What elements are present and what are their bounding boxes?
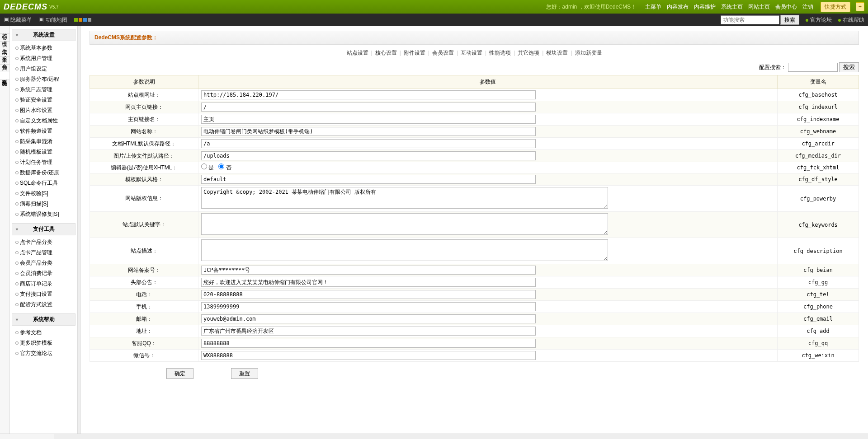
config-input[interactable]	[201, 302, 536, 311]
nav-item-0[interactable]: 核心	[0, 26, 9, 34]
function-search-button[interactable]: 搜索	[780, 15, 799, 25]
sidebar-item[interactable]: SQL命令行工具	[14, 178, 74, 188]
config-radio[interactable]	[201, 163, 207, 169]
sidebar-item[interactable]: 官方交流论坛	[14, 348, 74, 359]
sidebar-item[interactable]: 系统错误修复[S]	[14, 209, 74, 220]
online-help-link[interactable]: 在线帮助	[838, 16, 864, 24]
menu-syshome[interactable]: 系统主页	[721, 3, 743, 11]
nav-item-4[interactable]: 会员	[0, 57, 9, 65]
menu-maintain[interactable]: 内容维护	[694, 3, 716, 11]
sidebar-item[interactable]: 文件校验[S]	[14, 188, 74, 199]
add-shortcut-button[interactable]: +	[856, 2, 864, 11]
config-row: 文档HTML默认保存路径：cfg_arcdir	[90, 138, 859, 150]
sidebar-group-title[interactable]: 系统设置	[12, 29, 75, 41]
config-tab[interactable]: 核心设置	[375, 50, 397, 56]
config-radio-label[interactable]: 是	[201, 164, 214, 171]
menu-sitehome[interactable]: 网站主页	[748, 3, 770, 11]
menu-member[interactable]: 会员中心	[775, 3, 797, 11]
nav-item-6[interactable]: 系统	[0, 72, 9, 80]
config-search-input[interactable]	[788, 63, 838, 72]
config-varname: cfg_arcdir	[778, 138, 859, 150]
nav-item-3[interactable]: 采集	[0, 49, 9, 57]
nav-item-1[interactable]: 模块	[0, 34, 9, 42]
config-input[interactable]	[201, 327, 536, 336]
menu-main[interactable]: 主菜单	[645, 3, 661, 11]
config-search-button[interactable]: 搜索	[839, 62, 859, 72]
config-input[interactable]	[201, 175, 536, 184]
nav-item-5[interactable]: 模板	[0, 65, 9, 72]
sidebar-item[interactable]: 支付接口设置	[14, 289, 74, 299]
config-input[interactable]	[201, 139, 536, 148]
sidebar-item[interactable]: 配货方式设置	[14, 299, 74, 310]
sidebar-item[interactable]: 更多织梦模板	[14, 338, 74, 348]
config-input[interactable]	[201, 339, 536, 348]
sidebar-group-title[interactable]: 系统帮助	[12, 313, 75, 326]
menu-publish[interactable]: 内容发布	[667, 3, 689, 11]
function-search-input[interactable]	[721, 15, 779, 24]
sidebar-item[interactable]: 参考文档	[14, 327, 74, 338]
config-tab[interactable]: 性能选项	[489, 50, 511, 56]
config-tab[interactable]: 会员设置	[432, 50, 454, 56]
config-tab[interactable]: 其它选项	[518, 50, 539, 56]
reset-button[interactable]: 重置	[231, 368, 258, 379]
sidebar-item[interactable]: 随机模板设置	[14, 147, 74, 157]
sidebar-item[interactable]: 计划任务管理	[14, 157, 74, 168]
config-input[interactable]	[201, 90, 536, 99]
config-input[interactable]	[201, 127, 536, 136]
official-forum-link[interactable]: 官方论坛	[806, 16, 832, 24]
quick-shortcut-button[interactable]: 快捷方式	[821, 2, 850, 12]
config-row: 电话：cfg_tel	[90, 289, 859, 301]
config-value-cell	[198, 113, 778, 126]
config-input[interactable]	[201, 290, 536, 299]
sidebar-item[interactable]: 自定义文档属性	[14, 116, 74, 126]
nav-item-2[interactable]: 生成	[0, 42, 9, 49]
hide-menu-link[interactable]: ▣ 隐藏菜单	[4, 16, 32, 24]
config-textarea[interactable]	[201, 213, 608, 235]
sidebar-item[interactable]: 会员产品分类	[14, 258, 74, 268]
config-input[interactable]	[201, 115, 536, 124]
sidebar-group-title[interactable]: 支付工具	[12, 223, 75, 235]
config-value-cell	[198, 138, 778, 150]
config-tab[interactable]: 模块设置	[546, 50, 568, 56]
config-input[interactable]	[201, 351, 536, 360]
config-input[interactable]	[201, 103, 536, 112]
config-input[interactable]	[201, 266, 536, 275]
config-varname: cfg_phone	[778, 301, 859, 313]
config-desc: 编辑器(是/否)使用XHTML：	[90, 162, 198, 173]
config-radio-label[interactable]: 否	[218, 164, 231, 171]
sidebar-item[interactable]: 服务器分布/远程	[14, 74, 74, 84]
sidebar-item[interactable]: 系统用户管理	[14, 53, 74, 64]
sidebar-item[interactable]: 点卡产品分类	[14, 237, 74, 248]
sidebar-item[interactable]: 商店订单记录	[14, 279, 74, 289]
config-textarea[interactable]	[201, 239, 608, 261]
button-row: 确定 重置	[90, 362, 859, 385]
config-input[interactable]	[201, 151, 536, 160]
config-input[interactable]	[201, 278, 536, 287]
config-desc: 微信号：	[90, 350, 198, 362]
sidebar-item[interactable]: 系统日志管理	[14, 84, 74, 95]
function-map-link[interactable]: ▣ 功能地图	[38, 16, 67, 24]
config-input[interactable]	[201, 314, 536, 323]
theme-color-dots[interactable]	[74, 17, 92, 23]
sidebar-item[interactable]: 用户组设定	[14, 64, 74, 74]
sidebar-item[interactable]: 防采集串混淆	[14, 136, 74, 147]
submit-button[interactable]: 确定	[166, 368, 193, 379]
config-varname: cfg_basehost	[778, 89, 859, 101]
config-row: 主页链接名：cfg_indexname	[90, 113, 859, 126]
sidebar-item[interactable]: 数据库备份/还原	[14, 168, 74, 178]
sidebar-item[interactable]: 会员消费记录	[14, 268, 74, 279]
config-tab[interactable]: 互动设置	[461, 50, 482, 56]
sidebar-item[interactable]: 软件频道设置	[14, 126, 74, 136]
sidebar: 系统设置系统基本参数系统用户管理用户组设定服务器分布/远程系统日志管理验证安全设…	[10, 26, 78, 434]
sidebar-item[interactable]: 点卡产品管理	[14, 248, 74, 258]
menu-logout[interactable]: 注销	[802, 3, 813, 11]
config-tab[interactable]: 添加新变量	[575, 50, 602, 56]
config-tab[interactable]: 附件设置	[404, 50, 425, 56]
config-tab[interactable]: 站点设置	[347, 50, 368, 56]
config-radio[interactable]	[218, 163, 224, 169]
sidebar-item[interactable]: 系统基本参数	[14, 43, 74, 53]
sidebar-item[interactable]: 图片水印设置	[14, 105, 74, 116]
sidebar-item[interactable]: 病毒扫描[S]	[14, 199, 74, 209]
config-textarea[interactable]	[201, 187, 608, 209]
sidebar-item[interactable]: 验证安全设置	[14, 95, 74, 105]
